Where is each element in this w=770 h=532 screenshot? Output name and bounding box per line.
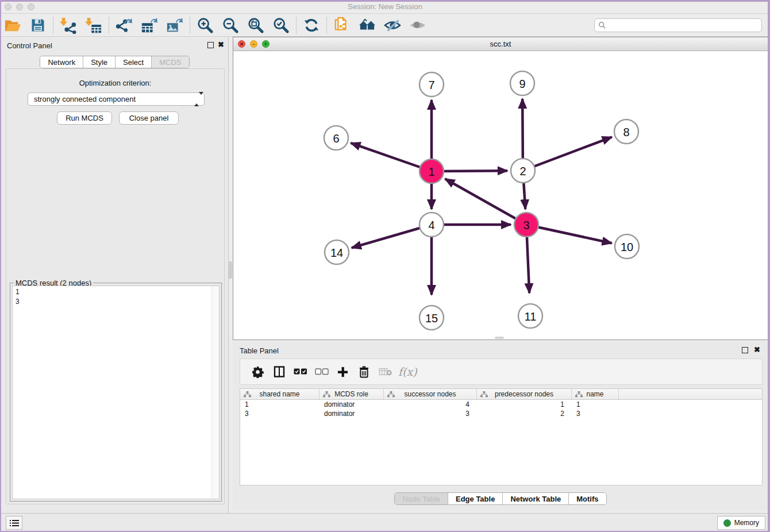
toolbar-separator xyxy=(190,17,190,33)
result-scrollbar[interactable] xyxy=(211,286,219,499)
select-all-rows-icon[interactable] xyxy=(290,362,311,381)
criterion-value: strongly connected component xyxy=(34,95,136,103)
memory-status-icon xyxy=(723,519,731,527)
delete-column-trash-icon[interactable] xyxy=(353,362,375,381)
first-neighbors-icon[interactable] xyxy=(332,16,352,35)
hide-selected-eye-icon[interactable] xyxy=(383,16,402,35)
node-table[interactable]: shared nameMCDS rolesuccessor nodesprede… xyxy=(240,388,763,485)
node-label-11: 11 xyxy=(525,310,537,323)
tab-node-table[interactable]: Node Table xyxy=(395,493,448,504)
close-table-panel-icon[interactable]: ✖ xyxy=(754,345,760,354)
toolbar-separator xyxy=(296,17,297,33)
table-cell[interactable]: 1 xyxy=(477,400,572,409)
memory-button[interactable]: Memory xyxy=(717,516,765,530)
run-mcds-button[interactable]: Run MCDS xyxy=(57,111,112,125)
column-header-name[interactable]: name xyxy=(572,389,619,399)
network-canvas[interactable]: 7968124314101511 xyxy=(233,51,768,340)
table-panel: Table Panel ✖ f(x) shared nameMCDS roles… xyxy=(233,342,768,511)
tab-edge-table[interactable]: Edge Table xyxy=(448,493,503,504)
delete-table-disabled-icon xyxy=(375,362,396,381)
import-table-icon[interactable] xyxy=(84,16,103,35)
column-header-shared-name[interactable]: shared name xyxy=(240,389,319,399)
close-panel-button[interactable]: Close panel xyxy=(119,111,179,125)
edge-1-6[interactable] xyxy=(351,143,432,171)
search-field[interactable] xyxy=(594,18,762,32)
edge-2-8[interactable] xyxy=(523,137,612,171)
export-network-icon[interactable] xyxy=(114,16,134,35)
refresh-icon[interactable] xyxy=(302,16,321,35)
mcds-panel: Optimization criterion: strongly connect… xyxy=(6,68,225,504)
node-label-8: 8 xyxy=(623,126,629,138)
float-table-panel-icon[interactable] xyxy=(742,347,748,353)
desktop-edge xyxy=(0,0,770,2)
import-network-icon[interactable] xyxy=(59,16,78,35)
table-row[interactable]: 3dominator323 xyxy=(240,409,762,418)
close-panel-icon[interactable]: ✖ xyxy=(218,40,224,49)
split-columns-icon[interactable] xyxy=(268,362,290,381)
search-input[interactable] xyxy=(606,20,761,31)
window-title: Session: New Session xyxy=(0,2,770,11)
table-cell[interactable]: 1 xyxy=(240,400,319,409)
export-table-icon[interactable] xyxy=(140,16,159,35)
criterion-dropdown[interactable]: strongly connected component xyxy=(28,92,205,106)
table-cell[interactable]: 3 xyxy=(384,409,477,418)
add-column-icon[interactable] xyxy=(332,362,353,381)
toolbar-separator xyxy=(53,17,53,33)
table-cell[interactable]: 4 xyxy=(384,400,477,409)
show-all-eye-icon[interactable] xyxy=(408,16,428,35)
tab-motifs[interactable]: Motifs xyxy=(569,493,606,504)
save-icon[interactable] xyxy=(28,16,48,35)
tab-style[interactable]: Style xyxy=(83,56,116,68)
open-folder-icon[interactable] xyxy=(3,16,22,35)
control-panel-title: Control Panel xyxy=(7,41,52,50)
mcds-result-box: MCDS result (2 nodes) 1 3 xyxy=(10,283,222,502)
table-cell[interactable]: 3 xyxy=(240,409,319,418)
tab-network[interactable]: Network xyxy=(40,56,83,68)
table-header-row[interactable]: shared nameMCDS rolesuccessor nodesprede… xyxy=(240,389,762,400)
memory-label: Memory xyxy=(734,519,759,527)
toolbar-separator xyxy=(109,17,109,33)
node-label-14: 14 xyxy=(330,246,343,259)
column-header-successor-nodes[interactable]: successor nodes xyxy=(384,389,477,399)
network-window-titlebar[interactable]: ✕ − + scc.txt xyxy=(233,37,768,51)
mcds-result-text[interactable]: 1 3 xyxy=(12,286,220,499)
table-row[interactable]: 1dominator411 xyxy=(240,400,762,409)
table-settings-gear-icon[interactable] xyxy=(247,362,268,381)
tree-icon xyxy=(575,391,583,398)
float-panel-icon[interactable] xyxy=(207,42,214,48)
tab-mcds[interactable]: MCDS xyxy=(152,56,188,68)
canvas-resize-handle[interactable] xyxy=(495,337,504,339)
table-tabs: Node TableEdge TableNetwork TableMotifs xyxy=(233,492,768,505)
table-toolbar: f(x) xyxy=(240,358,763,385)
node-label-3: 3 xyxy=(523,219,529,232)
edge-3-1[interactable] xyxy=(445,179,526,225)
panel-splitter-handle[interactable] xyxy=(228,261,232,279)
table-cell[interactable]: 1 xyxy=(572,400,619,409)
column-header-predecessor-nodes[interactable]: predecessor nodes xyxy=(477,389,572,399)
log-console-button[interactable] xyxy=(6,516,22,530)
table-cell[interactable]: dominator xyxy=(319,409,384,418)
zoom-out-icon[interactable] xyxy=(221,16,240,35)
export-image-icon[interactable] xyxy=(165,16,184,35)
app-titlebar: Session: New Session xyxy=(0,0,770,14)
zoom-fit-icon[interactable] xyxy=(246,16,265,35)
optimization-criterion-label: Optimization criterion: xyxy=(6,79,224,87)
zoom-in-icon[interactable] xyxy=(195,16,215,35)
home-icon[interactable] xyxy=(357,16,377,35)
deselect-all-rows-icon[interactable] xyxy=(311,362,332,381)
node-label-7: 7 xyxy=(428,79,434,91)
tab-network-table[interactable]: Network Table xyxy=(503,493,569,504)
tab-select[interactable]: Select xyxy=(116,56,152,68)
tree-icon xyxy=(244,391,251,398)
toolbar-separator xyxy=(326,17,327,33)
tree-icon xyxy=(480,391,488,398)
edge-3-10[interactable] xyxy=(526,225,612,243)
table-cell[interactable]: 2 xyxy=(477,409,572,418)
table-cell[interactable]: dominator xyxy=(319,400,384,409)
zoom-selected-icon[interactable] xyxy=(271,16,291,35)
table-cell[interactable]: 3 xyxy=(572,409,619,418)
dropdown-stepper-icon xyxy=(194,95,200,104)
column-header-MCDS-role[interactable]: MCDS role xyxy=(319,389,384,399)
control-panel-tabs: NetworkStyleSelectMCDS xyxy=(1,56,228,68)
node-label-10: 10 xyxy=(621,241,633,253)
